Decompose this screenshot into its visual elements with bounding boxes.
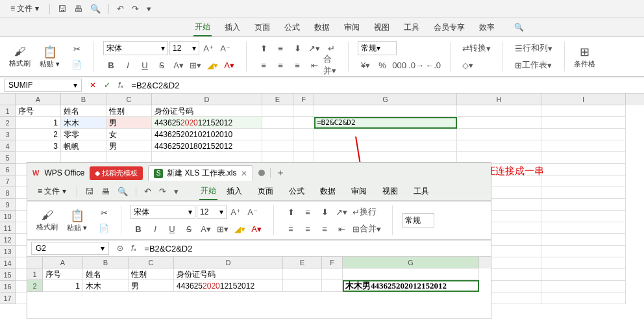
cell[interactable]: 2 — [16, 129, 61, 140]
row-header[interactable]: 4 — [0, 140, 16, 152]
file-tab[interactable]: S 新建 XLS 工作表.xls ✕ — [148, 165, 253, 181]
cell[interactable] — [457, 105, 541, 117]
italic-icon[interactable]: I — [147, 222, 163, 236]
worksheet-button[interactable]: ⊞ 工作表 ▾ — [512, 58, 554, 72]
col-header[interactable]: G — [343, 257, 479, 268]
col-header[interactable]: A — [43, 257, 83, 268]
orientation-icon[interactable]: ↗▾ — [334, 205, 349, 219]
cell[interactable]: 男 — [129, 280, 174, 292]
fx-accept-icon[interactable]: ✓ — [100, 81, 114, 90]
cell[interactable] — [541, 257, 626, 269]
bold-icon[interactable]: B — [130, 222, 146, 236]
save-icon[interactable]: 🖫 — [82, 185, 96, 198]
cell[interactable]: 443625202012152012 — [174, 280, 283, 292]
row-header[interactable]: 1 — [0, 105, 16, 117]
col-header[interactable]: C — [106, 94, 152, 105]
print-icon[interactable]: 🖶 — [71, 3, 85, 15]
cell[interactable]: 男 — [106, 140, 152, 152]
cell[interactable] — [541, 281, 626, 292]
col-header[interactable]: G — [314, 94, 457, 105]
align-left-icon[interactable]: ≡ — [283, 222, 299, 236]
strike-icon[interactable]: S̶ — [181, 222, 197, 236]
align-left-icon[interactable]: ≡ — [256, 58, 271, 72]
cell[interactable]: 木木 — [83, 280, 129, 292]
file-menu[interactable]: ≡ 文件 ▾ — [32, 185, 71, 198]
row-header[interactable]: 8 — [0, 187, 16, 199]
cell[interactable] — [541, 176, 626, 187]
cell[interactable]: 1 — [16, 117, 61, 129]
font-shrink-icon[interactable]: A⁻ — [217, 41, 233, 55]
cond-format[interactable]: ⊞条件格 — [571, 44, 598, 70]
align-bot-icon[interactable]: ⬇ — [290, 41, 305, 55]
dropdown-icon[interactable]: ▾ — [144, 3, 154, 15]
preview-icon[interactable]: 🔍 — [88, 3, 103, 15]
format-painter[interactable]: 🖌格式刷 — [34, 207, 60, 233]
cell[interactable] — [541, 187, 626, 199]
tab-formula[interactable]: 公式 — [282, 183, 311, 200]
redo-icon[interactable]: ↷ — [156, 185, 169, 198]
cell[interactable]: 3 — [16, 140, 61, 152]
cell[interactable] — [541, 246, 626, 257]
formula-input[interactable] — [127, 79, 644, 92]
cell[interactable]: 零零 — [61, 129, 106, 140]
cell[interactable] — [541, 292, 626, 304]
cell[interactable] — [457, 117, 541, 129]
col-header[interactable]: I — [541, 94, 626, 105]
row-header[interactable]: 9 — [0, 199, 16, 211]
col-header[interactable]: B — [61, 94, 106, 105]
align-right-icon[interactable]: ≡ — [290, 58, 305, 72]
row-header[interactable]: 5 — [0, 152, 16, 164]
row-header[interactable]: 11 — [0, 222, 16, 234]
cell[interactable]: 女 — [106, 129, 152, 140]
cell[interactable]: 姓名 — [61, 105, 106, 117]
cell[interactable] — [293, 117, 314, 129]
align-bot-icon[interactable]: ⬇ — [317, 205, 332, 219]
redo-icon[interactable]: ↷ — [129, 3, 142, 15]
italic-icon[interactable]: I — [120, 58, 136, 72]
row-header[interactable]: 17 — [0, 292, 16, 304]
align-center-icon[interactable]: ≡ — [273, 58, 288, 72]
file-menu[interactable]: ≡ 文件 ▾ — [5, 2, 44, 16]
cell[interactable]: 443625202012152012 — [152, 117, 262, 129]
merge-button[interactable]: ⊞ 合并▾ — [351, 222, 383, 236]
tab-data[interactable]: 数据 — [313, 20, 331, 36]
cell[interactable] — [541, 152, 626, 164]
tab-review[interactable]: 审阅 — [343, 20, 361, 36]
cell[interactable] — [343, 268, 479, 280]
tab-review[interactable]: 审阅 — [345, 183, 373, 200]
tab-layout[interactable]: 页面 — [251, 183, 280, 200]
formula-input[interactable] — [140, 242, 491, 255]
paste[interactable]: 📋粘贴 ▾ — [64, 207, 90, 234]
font-combo[interactable]: 宋体▾ — [130, 205, 195, 219]
font-combo[interactable]: 宋体▾ — [103, 41, 168, 55]
name-box[interactable]: SUMIF▾ — [4, 79, 82, 92]
align-right-icon[interactable]: ≡ — [317, 222, 332, 236]
align-mid-icon[interactable]: ≡ — [300, 205, 316, 219]
cell[interactable] — [541, 211, 626, 222]
col-header[interactable]: A — [16, 94, 61, 105]
align-center-icon[interactable]: ≡ — [300, 222, 316, 236]
cell[interactable]: 性别 — [129, 268, 174, 280]
border-icon[interactable]: ⊞▾ — [188, 58, 203, 72]
rows-cols-button[interactable]: ☰ 行和列 ▾ — [512, 41, 555, 55]
result-cell[interactable]: 木木男443625202012152012 — [343, 280, 479, 292]
percent-icon[interactable]: % — [375, 58, 390, 72]
cell[interactable] — [283, 268, 322, 280]
tab-tools[interactable]: 工具 — [402, 20, 421, 36]
row-header[interactable]: 16 — [0, 281, 16, 292]
cell[interactable]: 443625202102102010 — [152, 129, 262, 140]
text-color-icon[interactable]: A▾ — [221, 58, 237, 72]
cell[interactable] — [262, 105, 293, 117]
tab-insert[interactable]: 插入 — [220, 183, 249, 200]
row-header[interactable]: 10 — [0, 211, 16, 222]
cell[interactable]: 序号 — [43, 268, 83, 280]
border-icon[interactable]: ⊞▾ — [215, 222, 230, 236]
cell[interactable]: 443625201802152012 — [152, 140, 262, 152]
comma-icon[interactable]: 000 — [391, 58, 407, 72]
active-cell[interactable]: =B2&C2&D2 — [314, 117, 457, 129]
cell[interactable] — [541, 164, 626, 176]
underline-icon[interactable]: U — [137, 58, 153, 72]
dec-dec-icon[interactable]: ←.0 — [425, 58, 441, 72]
text-color-icon[interactable]: A▾ — [249, 222, 264, 236]
select-all[interactable] — [0, 94, 16, 105]
